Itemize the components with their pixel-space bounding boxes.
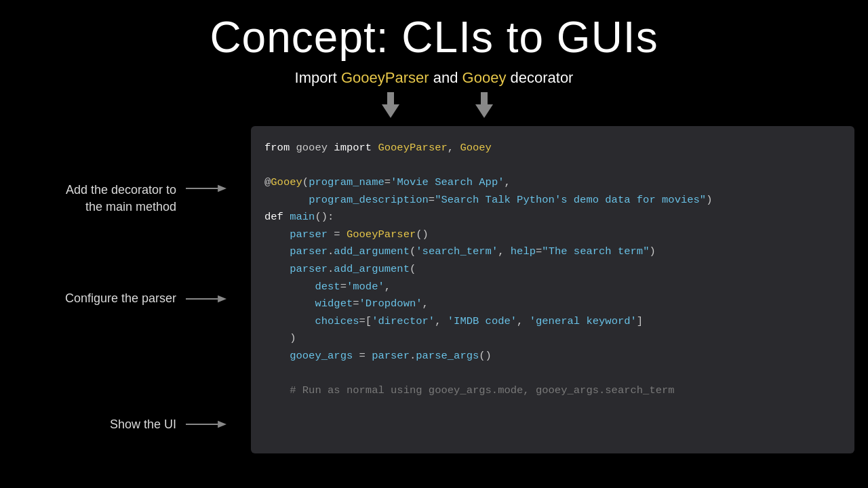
label-parser: Configure the parser: [41, 290, 251, 307]
code-line-12: ): [264, 330, 835, 348]
code-line-3: @Gooey(program_name='Movie Search App',: [264, 174, 835, 192]
import-arrows: [7, 92, 868, 118]
subtitle-highlight1: GooeyParser: [341, 69, 429, 86]
code-line-10: widget='Dropdown',: [264, 296, 835, 313]
labels-column: Add the decorator to the main method Con…: [41, 126, 251, 453]
code-line-11: choices=['director', 'IMDB code', 'gener…: [264, 313, 835, 331]
arrow-decorator: [186, 182, 226, 195]
label-decorator: Add the decorator to the main method: [41, 182, 251, 216]
code-line-9: dest='mode',: [264, 279, 835, 296]
code-line-8: parser.add_argument(: [264, 261, 835, 279]
page-title: Concept: CLIs to GUIs: [0, 0, 868, 62]
subtitle-prefix: Import: [295, 69, 341, 86]
label-decorator-text: Add the decorator to the main method: [41, 182, 176, 216]
subtitle-highlight2: Gooey: [462, 69, 507, 86]
subtitle-middle: and: [429, 69, 462, 86]
code-line-blank1: [264, 157, 835, 175]
svg-marker-5: [218, 421, 226, 428]
code-line-4: program_description="Search Talk Python'…: [264, 192, 835, 209]
main-content: Add the decorator to the main method Con…: [41, 126, 868, 453]
label-showui-text: Show the UI: [41, 416, 176, 433]
label-parser-text: Configure the parser: [41, 290, 176, 307]
code-line-15: # Run as normal using gooey_args.mode, g…: [264, 382, 835, 400]
code-line-1: from gooey import GooeyParser, Gooey: [264, 140, 835, 157]
subtitle: Import GooeyParser and Gooey decorator: [0, 69, 868, 87]
code-line-5: def main():: [264, 209, 835, 226]
arrow-showui: [186, 418, 226, 431]
code-line-blank2: [264, 365, 835, 382]
label-showui: Show the UI: [41, 416, 251, 433]
svg-marker-3: [218, 296, 226, 302]
subtitle-suffix: decorator: [506, 69, 573, 86]
code-line-6: parser = GooeyParser(): [264, 226, 835, 244]
svg-marker-1: [218, 185, 226, 192]
arrow-parser: [186, 292, 226, 306]
code-line-13: gooey_args = parser.parse_args(): [264, 348, 835, 365]
code-line-7: parser.add_argument('search_term', help=…: [264, 243, 835, 261]
code-block: from gooey import GooeyParser, Gooey @Go…: [251, 126, 854, 453]
